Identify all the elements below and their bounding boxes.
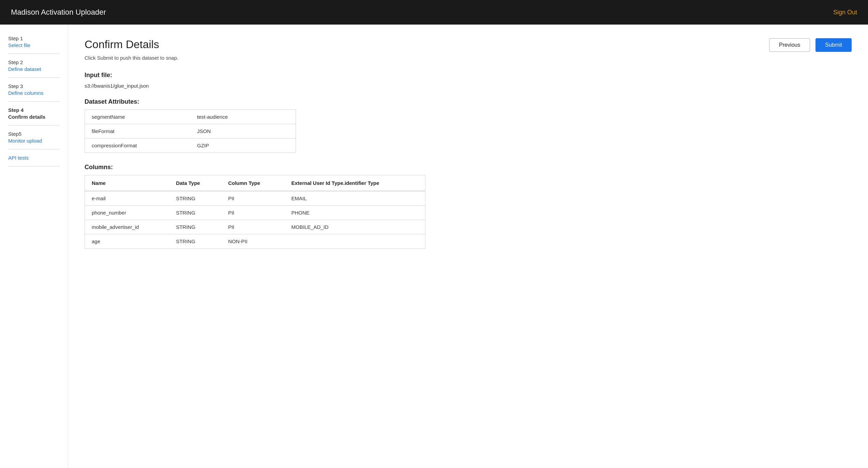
col-ext-type: PHONE xyxy=(284,206,425,220)
table-row: age STRING NON-PII xyxy=(85,234,425,249)
attr-key: segmentName xyxy=(85,110,191,124)
table-row: phone_number STRING PII PHONE xyxy=(85,206,425,220)
col-name: mobile_advertiser_id xyxy=(85,220,169,234)
sidebar-step-1-number: Step 1 xyxy=(8,35,23,41)
page-title: Confirm Details xyxy=(85,38,852,51)
dataset-attributes-label: Dataset Attributes: xyxy=(85,98,852,105)
sidebar-step-3-number: Step 3 xyxy=(8,83,23,89)
sidebar-item-define-columns[interactable]: Define columns xyxy=(8,90,60,96)
col-data-type: STRING xyxy=(169,191,221,206)
sidebar-step-5: Step5 Monitor upload xyxy=(8,131,60,144)
col-ext-type: MOBILE_AD_ID xyxy=(284,220,425,234)
col-column-type: PII xyxy=(221,191,284,206)
sidebar-divider-2 xyxy=(8,77,60,78)
sign-out-button[interactable]: Sign Out xyxy=(833,9,857,16)
input-file-value: s3://bwanis1/glue_input.json xyxy=(85,83,852,89)
attr-value: test-audience xyxy=(190,110,296,124)
input-file-label: Input file: xyxy=(85,72,852,79)
sidebar: Step 1 Select file Step 2 Define dataset… xyxy=(0,25,68,468)
attr-value: GZIP xyxy=(190,138,296,153)
col-column-type: NON-PII xyxy=(221,234,284,249)
page-layout: Step 1 Select file Step 2 Define dataset… xyxy=(0,25,868,468)
col-data-type: STRING xyxy=(169,220,221,234)
top-buttons: Previous Submit xyxy=(769,38,852,52)
sidebar-step-api: API tests xyxy=(8,155,60,161)
sidebar-step-2: Step 2 Define dataset xyxy=(8,59,60,72)
sidebar-item-confirm-details: Confirm details xyxy=(8,114,60,120)
attr-key: fileFormat xyxy=(85,124,191,138)
columns-header-row: NameData TypeColumn TypeExternal User Id… xyxy=(85,175,425,191)
column-header: Data Type xyxy=(169,175,221,191)
sidebar-divider-4 xyxy=(8,125,60,126)
column-header: Column Type xyxy=(221,175,284,191)
col-ext-type: EMAIL xyxy=(284,191,425,206)
dataset-attributes-table: segmentNametest-audiencefileFormatJSONco… xyxy=(85,109,296,153)
sidebar-item-select-file[interactable]: Select file xyxy=(8,42,60,48)
col-data-type: STRING xyxy=(169,206,221,220)
col-name: e-mail xyxy=(85,191,169,206)
app-header: Madison Activation Uploader Sign Out xyxy=(0,0,868,25)
sidebar-item-monitor-upload[interactable]: Monitor upload xyxy=(8,138,60,144)
sidebar-divider-3 xyxy=(8,101,60,102)
sidebar-divider-5 xyxy=(8,149,60,149)
attr-row: fileFormatJSON xyxy=(85,124,296,138)
col-column-type: PII xyxy=(221,220,284,234)
columns-table: NameData TypeColumn TypeExternal User Id… xyxy=(85,175,425,249)
col-data-type: STRING xyxy=(169,234,221,249)
col-name: phone_number xyxy=(85,206,169,220)
sidebar-divider-1 xyxy=(8,54,60,54)
app-title: Madison Activation Uploader xyxy=(11,8,106,17)
attr-value: JSON xyxy=(190,124,296,138)
sidebar-divider-6 xyxy=(8,166,60,166)
attr-key: compressionFormat xyxy=(85,138,191,153)
sidebar-step-4: Step 4 Confirm details xyxy=(8,107,60,120)
sidebar-step-5-number: Step5 xyxy=(8,131,21,137)
col-ext-type xyxy=(284,234,425,249)
content-wrapper: Previous Submit Confirm Details Click Su… xyxy=(85,38,852,249)
sidebar-step-2-number: Step 2 xyxy=(8,59,23,65)
sidebar-step-4-number: Step 4 xyxy=(8,107,24,113)
sidebar-item-define-dataset[interactable]: Define dataset xyxy=(8,66,60,72)
column-header: External User Id Type.identifier Type xyxy=(284,175,425,191)
table-row: mobile_advertiser_id STRING PII MOBILE_A… xyxy=(85,220,425,234)
sidebar-step-3: Step 3 Define columns xyxy=(8,83,60,96)
attr-row: compressionFormatGZIP xyxy=(85,138,296,153)
col-column-type: PII xyxy=(221,206,284,220)
col-name: age xyxy=(85,234,169,249)
main-content: Previous Submit Confirm Details Click Su… xyxy=(68,25,868,468)
table-row: e-mail STRING PII EMAIL xyxy=(85,191,425,206)
columns-label: Columns: xyxy=(85,164,852,171)
column-header: Name xyxy=(85,175,169,191)
attr-row: segmentNametest-audience xyxy=(85,110,296,124)
sidebar-item-api-tests[interactable]: API tests xyxy=(8,155,60,161)
sidebar-step-1: Step 1 Select file xyxy=(8,35,60,48)
previous-button[interactable]: Previous xyxy=(769,38,810,52)
submit-button[interactable]: Submit xyxy=(815,38,852,52)
page-subtitle: Click Submit to push this dataset to sna… xyxy=(85,55,852,61)
